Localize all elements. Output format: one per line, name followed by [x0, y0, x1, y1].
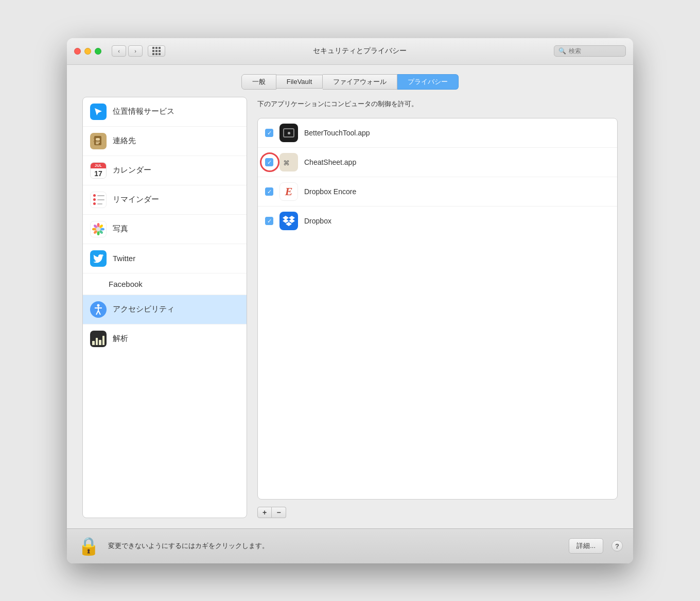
help-button[interactable]: ? — [611, 540, 623, 552]
sidebar-item-contacts[interactable]: 連絡先 — [83, 127, 247, 156]
bottom-bar: 🔒 変更できないようにするにはカギをクリックします。 詳細... ? — [67, 528, 633, 563]
content-area: 位置情報サービス 連絡先 — [67, 97, 633, 528]
checkbox-dropbox[interactable]: ✓ — [265, 217, 273, 225]
bottom-text: 変更できないようにするにはカギをクリックします。 — [108, 541, 561, 551]
panel-description: 下のアプリケーションにコンピュータの制御を許可。 — [257, 97, 618, 111]
right-panel: 下のアプリケーションにコンピュータの制御を許可。 ✓ BetterTouchTo… — [257, 97, 618, 518]
grid-icon — [152, 47, 161, 55]
app-name-btt: BetterTouchTool.app — [304, 129, 370, 137]
sidebar-label-reminders: リマインダー — [113, 195, 159, 204]
twitter-icon — [90, 250, 107, 267]
add-button[interactable]: + — [257, 507, 272, 518]
minimize-button[interactable] — [84, 48, 91, 55]
tab-filevault[interactable]: FileVault — [276, 75, 323, 89]
search-icon: 🔍 — [558, 47, 566, 55]
svg-marker-24 — [283, 219, 289, 223]
app-name-dropbox-encore: Dropbox Encore — [304, 187, 356, 196]
sidebar-label-analytics: 解析 — [113, 334, 128, 344]
tab-privacy[interactable]: プライバシー — [397, 74, 459, 90]
titlebar: ‹ › セキュリティとプライバシー 🔍 — [67, 38, 633, 65]
sidebar-item-location[interactable]: 位置情報サービス — [83, 97, 247, 127]
grid-button[interactable] — [148, 45, 165, 57]
svg-point-10 — [100, 228, 104, 230]
svg-point-16 — [97, 304, 100, 306]
forward-icon: › — [134, 48, 136, 54]
contacts-icon — [90, 133, 107, 149]
lock-button[interactable]: 🔒 — [77, 535, 100, 557]
app-row-cheatsheet: ✓ ⌘ CheatSheet.app — [258, 148, 617, 177]
sidebar-item-accessibility[interactable]: アクセシビリティ — [83, 295, 247, 324]
tab-bar: 一般 FileVault ファイアウォール プライバシー — [67, 65, 633, 97]
sidebar-item-analytics[interactable]: 解析 — [83, 324, 247, 353]
window-title: セキュリティとプライバシー — [170, 46, 549, 56]
sidebar-label-twitter: Twitter — [113, 254, 135, 263]
app-row-dropbox-encore: ✓ E Dropbox Encore — [258, 177, 617, 207]
sidebar-item-reminders[interactable]: リマインダー — [83, 185, 247, 215]
location-icon — [90, 104, 107, 120]
back-icon: ‹ — [118, 48, 120, 54]
sidebar-item-twitter[interactable]: Twitter — [83, 244, 247, 273]
sidebar-label-location: 位置情報サービス — [113, 107, 174, 116]
sidebar-label-facebook: Facebook — [109, 280, 143, 288]
tab-firewall[interactable]: ファイアウォール — [323, 74, 397, 90]
sidebar-item-photos[interactable]: 写真 — [83, 215, 247, 244]
svg-rect-1 — [94, 138, 95, 139]
svg-line-19 — [96, 311, 98, 315]
svg-rect-4 — [96, 142, 100, 143]
photos-icon — [90, 221, 107, 237]
nav-buttons: ‹ › — [112, 45, 143, 57]
traffic-lights — [74, 48, 101, 55]
checkbox-cheatsheet[interactable]: ✓ — [265, 158, 273, 166]
sidebar-label-photos: 写真 — [113, 224, 128, 234]
app-row-btt: ✓ BetterTouchTool.app — [258, 118, 617, 148]
search-box[interactable]: 🔍 — [554, 45, 626, 57]
tab-general[interactable]: 一般 — [241, 74, 276, 90]
svg-line-20 — [98, 311, 100, 315]
back-button[interactable]: ‹ — [112, 45, 126, 57]
calendar-icon: JUL 17 — [90, 162, 107, 179]
forward-button[interactable]: › — [128, 45, 143, 57]
main-window: ‹ › セキュリティとプライバシー 🔍 一般 FileVault ファイアウォー… — [67, 38, 633, 563]
svg-rect-5 — [96, 143, 99, 144]
svg-marker-26 — [286, 222, 292, 226]
sidebar-label-calendar: カレンダー — [113, 165, 151, 175]
reminders-icon — [90, 192, 107, 208]
maximize-button[interactable] — [95, 48, 101, 55]
sidebar-label-accessibility: アクセシビリティ — [113, 304, 174, 314]
checkbox-btt[interactable]: ✓ — [265, 129, 273, 137]
svg-text:⌘: ⌘ — [284, 158, 289, 168]
svg-rect-2 — [94, 141, 95, 142]
app-name-cheatsheet: CheatSheet.app — [304, 158, 356, 166]
lock-icon: 🔒 — [78, 536, 99, 556]
analytics-icon — [90, 331, 107, 347]
sidebar-label-contacts: 連絡先 — [113, 136, 136, 146]
search-input[interactable] — [569, 47, 621, 55]
details-button[interactable]: 詳細... — [569, 538, 603, 554]
svg-rect-3 — [96, 138, 100, 141]
app-list: ✓ BetterTouchTool.app ✓ — [257, 118, 618, 500]
svg-point-15 — [96, 227, 100, 231]
accessibility-icon — [90, 301, 107, 318]
remove-button[interactable]: − — [272, 507, 286, 518]
dropbox-icon — [279, 212, 298, 230]
main-area: 位置情報サービス 連絡先 — [82, 97, 618, 518]
svg-marker-25 — [289, 219, 295, 223]
list-controls: + − — [257, 507, 618, 518]
sidebar-item-facebook[interactable]: Facebook — [83, 273, 247, 295]
svg-point-7 — [97, 223, 100, 227]
checkbox-dropbox-encore[interactable]: ✓ — [265, 187, 273, 196]
sidebar: 位置情報サービス 連絡先 — [82, 97, 247, 518]
cheatsheet-icon: ⌘ — [279, 153, 298, 171]
sidebar-item-calendar[interactable]: JUL 17 カレンダー — [83, 156, 247, 185]
app-name-dropbox: Dropbox — [304, 217, 331, 225]
btt-icon — [279, 124, 298, 142]
svg-point-9 — [92, 228, 96, 230]
dropbox-encore-icon: E — [279, 182, 298, 201]
app-row-dropbox: ✓ Dropbox — [258, 207, 617, 235]
location-arrow-icon — [94, 107, 103, 116]
close-button[interactable] — [74, 48, 81, 55]
svg-point-8 — [97, 231, 100, 235]
